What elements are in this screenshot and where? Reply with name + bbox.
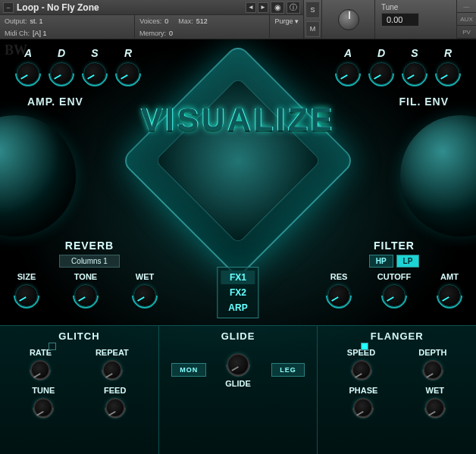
glide-mono-button[interactable]: MON <box>171 363 206 377</box>
glitch-repeat-knob[interactable] <box>102 360 122 380</box>
fil-r-label: R <box>444 47 452 59</box>
prev-preset-button[interactable]: ◄ <box>246 2 256 13</box>
reverb-section: REVERB Columns 1 SIZE TONE WET <box>36 240 142 307</box>
snapshot-icon[interactable]: ◉ <box>271 2 284 14</box>
bottom-fx-row: GLITCH RATE REPEAT TUNE FEED GLIDE GLIDE… <box>0 325 476 454</box>
tune-label: Tune <box>381 3 450 11</box>
tune-knob[interactable] <box>338 9 359 30</box>
glitch-feed-knob[interactable] <box>105 398 125 418</box>
collapse-toggle[interactable]: – <box>3 2 14 13</box>
title-row: – Loop - No Fly Zone ◄ ► ◉ ⓘ <box>0 0 303 15</box>
filter-amt-knob[interactable] <box>438 284 461 307</box>
flanger-depth-knob[interactable] <box>423 360 443 380</box>
filter-cutoff-knob[interactable] <box>383 284 406 307</box>
flanger-wet-knob[interactable] <box>425 398 445 418</box>
output-cell[interactable]: Output: st. 1 <box>0 15 135 27</box>
fx2-tab[interactable]: FX2 <box>221 286 255 299</box>
midi-label: Midi Ch: <box>5 30 30 37</box>
reverb-wet-label: WET <box>136 272 154 281</box>
max-value: 512 <box>196 17 208 25</box>
glitch-tune-label: TUNE <box>32 386 55 395</box>
glitch-toggle[interactable] <box>49 343 56 350</box>
tune-readout: Tune 0.00 <box>374 0 456 39</box>
reverb-size-knob[interactable] <box>15 284 38 307</box>
glitch-rate-knob[interactable] <box>30 360 50 380</box>
info-icon[interactable]: ⓘ <box>287 2 300 14</box>
brand-title: VISUALIZE <box>141 102 334 138</box>
filter-decay-knob[interactable] <box>370 62 393 85</box>
filter-attack-knob[interactable] <box>337 62 359 85</box>
arp-tab[interactable]: ARP <box>221 301 255 315</box>
fx1-tab[interactable]: FX1 <box>221 271 255 284</box>
reverb-tone-label: TONE <box>74 272 97 281</box>
pv-button[interactable]: PV <box>457 26 476 39</box>
filter-release-knob[interactable] <box>437 62 459 85</box>
midi-value: [A] 1 <box>33 30 47 37</box>
glitch-repeat-label: REPEAT <box>96 348 129 357</box>
solo-button[interactable]: S <box>305 2 320 18</box>
filter-hp-button[interactable]: HP <box>369 255 393 268</box>
voices-value: 0 <box>164 17 168 25</box>
glide-legato-button[interactable]: LEG <box>271 363 305 377</box>
filter-title: FILTER <box>326 240 462 252</box>
purge-button[interactable]: Purge ▾ <box>270 15 303 27</box>
fil-s-label: S <box>411 47 418 59</box>
flanger-panel: FLANGER SPEED DEPTH PHASE WET <box>318 326 476 454</box>
flanger-wet-label: WET <box>426 386 444 395</box>
info-row-1: Output: st. 1 Voices: 0 Max: 512 Purge ▾ <box>0 15 303 27</box>
filter-sustain-knob[interactable] <box>403 62 426 85</box>
instrument-panel: BW VISUALIZE A D S R AMP. ENV A D S R FI… <box>0 39 476 454</box>
tune-knob-col <box>321 0 374 39</box>
glitch-tune-knob[interactable] <box>33 398 53 418</box>
fil-env-title: FIL. ENV <box>399 95 449 108</box>
voices-label: Voices: <box>139 17 161 25</box>
amp-s-label: S <box>91 47 98 59</box>
header-end-icons: — AUX PV <box>456 0 476 39</box>
glide-panel: GLIDE GLIDE MON LEG <box>159 326 318 454</box>
amp-sustain-knob[interactable] <box>83 62 106 85</box>
flanger-speed-knob[interactable] <box>352 360 371 380</box>
aux-button[interactable]: AUX <box>457 13 476 26</box>
amp-release-knob[interactable] <box>117 62 139 85</box>
flanger-toggle[interactable] <box>361 343 368 350</box>
filter-cutoff-label: CUTOFF <box>377 272 411 281</box>
reverb-preset-select[interactable]: Columns 1 <box>59 255 120 268</box>
output-label: Output: <box>5 17 27 25</box>
reverb-wet-knob[interactable] <box>133 284 156 307</box>
amp-r-label: R <box>124 47 132 59</box>
decorative-sphere-left <box>0 115 76 236</box>
flanger-phase-knob[interactable] <box>353 398 373 418</box>
max-label: Max: <box>178 17 193 25</box>
filter-section: FILTER HP LP RES CUTOFF AMT <box>326 240 462 307</box>
tune-value[interactable]: 0.00 <box>381 13 419 27</box>
memory-cell: Memory: 0 <box>135 27 270 39</box>
solo-mute-col: S M <box>303 0 321 39</box>
filter-res-label: RES <box>330 272 348 281</box>
next-preset-button[interactable]: ► <box>258 2 268 13</box>
amp-attack-knob[interactable] <box>17 62 39 85</box>
fil-a-label: A <box>344 47 352 59</box>
amp-decay-knob[interactable] <box>50 62 73 85</box>
preset-name[interactable]: Loop - No Fly Zone <box>17 2 246 13</box>
amp-adsr: A D S R <box>17 47 139 85</box>
amp-d-label: D <box>58 47 65 59</box>
mute-button[interactable]: M <box>305 21 320 38</box>
amp-a-label: A <box>24 47 32 59</box>
amp-env-title: AMP. ENV <box>27 95 83 108</box>
output-value: st. 1 <box>30 17 43 25</box>
glitch-feed-label: FEED <box>104 386 126 395</box>
fx-page-tabs: FX1 FX2 ARP <box>217 267 258 318</box>
header-right: S M Tune 0.00 — AUX PV <box>303 0 476 39</box>
purge-label: Purge <box>274 17 293 25</box>
minimize-icon[interactable]: — <box>457 0 476 13</box>
midi-cell[interactable]: Midi Ch: [A] 1 <box>0 27 135 39</box>
reverb-tone-knob[interactable] <box>74 284 97 307</box>
decorative-sphere-right <box>400 115 476 236</box>
filter-res-knob[interactable] <box>327 284 350 307</box>
glide-knob[interactable] <box>227 353 249 376</box>
filter-type-toggle: HP LP <box>326 255 462 268</box>
filter-lp-button[interactable]: LP <box>396 255 420 268</box>
header-left: – Loop - No Fly Zone ◄ ► ◉ ⓘ Output: st.… <box>0 0 303 39</box>
flanger-title: FLANGER <box>325 330 468 342</box>
glitch-title: GLITCH <box>8 330 151 342</box>
